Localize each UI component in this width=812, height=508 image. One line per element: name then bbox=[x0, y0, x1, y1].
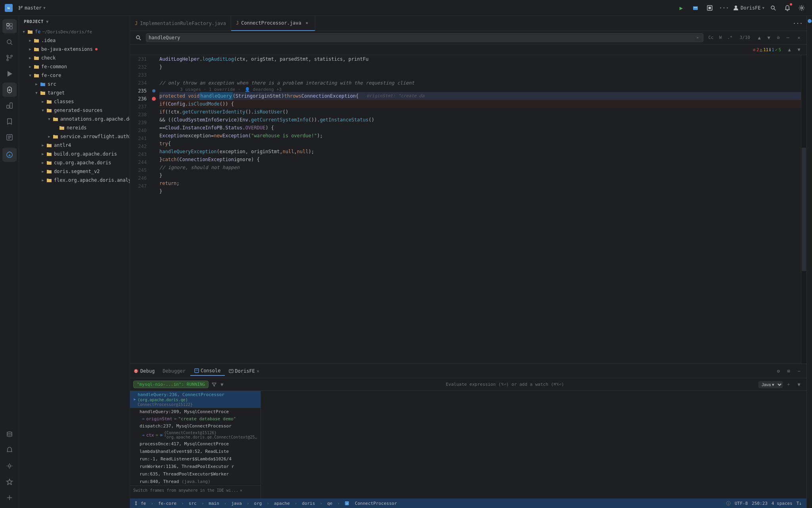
add-watch-btn[interactable]: ＋ bbox=[784, 380, 793, 389]
tree-item-nereids[interactable]: ▶ nereids bbox=[19, 123, 130, 132]
activity-vcs[interactable] bbox=[2, 51, 17, 65]
tab-conn[interactable]: J ConnectProcessor.java ✕ bbox=[231, 16, 315, 31]
hint-close[interactable]: ✕ bbox=[240, 488, 242, 493]
activity-plugins[interactable] bbox=[2, 98, 17, 113]
activity-database[interactable] bbox=[2, 427, 17, 441]
tree-item-doris-segment[interactable]: ▶ doris.segment_v2 bbox=[19, 167, 130, 176]
tree-item-annotations[interactable]: ▼ annotations.org.apache.doris bbox=[19, 115, 130, 123]
tree-item-classes[interactable]: ▶ classes bbox=[19, 97, 130, 106]
debug-minimize[interactable]: − bbox=[795, 367, 803, 375]
bb-doris[interactable]: doris bbox=[300, 498, 316, 508]
tab-debugger[interactable]: Debugger bbox=[159, 367, 190, 375]
run-button[interactable]: ▶ bbox=[676, 2, 687, 13]
bb-encoding[interactable]: UTF-8 bbox=[733, 501, 749, 506]
tree-item-flex[interactable]: ▶ flex.org.apache.doris.analysis bbox=[19, 176, 130, 185]
activity-bookmark[interactable] bbox=[2, 114, 17, 129]
bb-project[interactable]: fe bbox=[133, 498, 147, 508]
bb-qe[interactable]: qe bbox=[326, 498, 334, 508]
search-regex[interactable]: .* bbox=[725, 34, 735, 41]
language-select[interactable]: Java ▾ bbox=[758, 381, 783, 388]
more-options[interactable]: ··· bbox=[718, 2, 730, 13]
search-more-opts[interactable]: ⋯ bbox=[783, 33, 792, 42]
search-close-btn[interactable]: ✕ bbox=[795, 33, 803, 42]
bb-line-ending[interactable]: T↓ bbox=[795, 501, 803, 506]
tree-item-target[interactable]: ▼ target bbox=[19, 89, 130, 97]
code-content[interactable]: AuditLogHelper . logAuditLog (ctx, origS… bbox=[158, 55, 801, 364]
activity-settings2[interactable] bbox=[2, 459, 17, 473]
bb-problems[interactable] bbox=[724, 501, 732, 506]
activity-explorer[interactable] bbox=[2, 19, 17, 33]
tree-item-fe-core[interactable]: ▼ fe-core bbox=[19, 71, 130, 80]
filter-dropdown[interactable]: ▼ bbox=[220, 381, 224, 388]
search-icon-btn[interactable] bbox=[133, 34, 144, 41]
user-selector[interactable]: DorisFE ▼ bbox=[733, 5, 764, 11]
frame-9[interactable]: run:840, Thread (java.lang) bbox=[130, 478, 260, 485]
filter-btn[interactable] bbox=[211, 381, 217, 388]
tree-item-idea[interactable]: ▶ .idea bbox=[19, 36, 130, 45]
err-nav-up[interactable]: ▲ bbox=[785, 45, 794, 54]
bb-cursor[interactable]: 250:23 bbox=[750, 501, 769, 506]
search-filter[interactable]: ⊘ bbox=[774, 33, 783, 42]
search-whole-word[interactable]: W bbox=[717, 34, 724, 41]
bb-file-icon[interactable]: J bbox=[343, 498, 351, 508]
tab-more-actions[interactable]: ··· bbox=[792, 18, 803, 29]
activity-ai[interactable]: A bbox=[2, 148, 17, 162]
bb-src[interactable]: src bbox=[187, 498, 198, 508]
activity-add-plugin[interactable] bbox=[2, 491, 17, 505]
activity-star[interactable] bbox=[2, 475, 17, 489]
bb-indent[interactable]: 4 spaces bbox=[770, 501, 794, 506]
search-input-container[interactable]: ✕ bbox=[146, 33, 703, 42]
branch-selector[interactable]: master ▼ bbox=[16, 4, 48, 12]
tree-item-cup[interactable]: ▶ cup.org.apache.doris bbox=[19, 158, 130, 167]
tab-conn-close[interactable]: ✕ bbox=[304, 20, 310, 26]
debug-panel-expand[interactable]: ⊞ bbox=[784, 367, 793, 375]
tree-item-check[interactable]: ▶ check bbox=[19, 54, 130, 62]
frame-3[interactable]: dispatch:237, MysqlConnectProcessor bbox=[130, 422, 260, 430]
frame-4[interactable]: processOnce:417, MysqlConnectProce bbox=[130, 440, 260, 448]
search-next[interactable]: ▼ bbox=[764, 33, 773, 42]
err-nav-down[interactable]: ▼ bbox=[795, 45, 803, 54]
frame-1[interactable]: ➤ handleQuery:236, ConnectProcessor (org… bbox=[130, 391, 260, 408]
tree-item-antlr4[interactable]: ▶ antlr4 bbox=[19, 141, 130, 150]
settings-gear[interactable] bbox=[796, 2, 807, 13]
activity-debug[interactable] bbox=[2, 83, 17, 97]
frame-7[interactable]: runWorker:1136, ThreadPoolExecutor r bbox=[130, 463, 260, 470]
debug-button[interactable] bbox=[690, 2, 701, 13]
bb-fe-core[interactable]: fe-core bbox=[157, 498, 178, 508]
debug-settings-btn[interactable]: ⚙ bbox=[774, 367, 783, 375]
tab-impl[interactable]: J ImplementationRuleFactory.java bbox=[130, 16, 231, 31]
tree-item-fe-common[interactable]: ▶ fe-common bbox=[19, 62, 130, 71]
search-global[interactable] bbox=[768, 2, 779, 13]
search-input[interactable] bbox=[149, 35, 693, 40]
tree-item-be-java[interactable]: ▶ be-java-extensions bbox=[19, 45, 130, 54]
search-clear[interactable]: ✕ bbox=[695, 35, 701, 41]
tree-item-fe-root[interactable]: ▼ fe ~/DorisDev/doris/fe bbox=[19, 27, 130, 36]
linenum-244: 244 bbox=[132, 158, 147, 166]
tab-console[interactable]: Console bbox=[190, 366, 225, 376]
frame-2[interactable]: handleQuery:209, MysqlConnectProce bbox=[130, 408, 260, 416]
breakpoint-236[interactable] bbox=[152, 97, 156, 101]
tree-item-service[interactable]: ▶ service.arrowflight.auth2 bbox=[19, 132, 130, 141]
activity-run[interactable] bbox=[2, 67, 17, 81]
activity-search[interactable] bbox=[2, 35, 17, 49]
bb-connect-processor[interactable]: ConnectProcessor bbox=[353, 498, 398, 508]
search-case-sensitive[interactable]: Cc bbox=[706, 34, 716, 41]
bb-apache[interactable]: apache bbox=[272, 498, 291, 508]
tree-item-build[interactable]: ▶ build.org.apache.doris bbox=[19, 150, 130, 158]
record-button[interactable] bbox=[704, 2, 715, 13]
evaluate-placeholder[interactable]: Evaluate expression (⌥⏎) or add a watch … bbox=[446, 382, 757, 387]
bb-main[interactable]: main bbox=[207, 498, 221, 508]
frame-5[interactable]: lambda$handleEvent$0:52, ReadListe bbox=[130, 448, 260, 455]
search-prev[interactable]: ▲ bbox=[755, 33, 764, 42]
bb-java[interactable]: java bbox=[230, 498, 243, 508]
frame-8[interactable]: run:635, ThreadPoolExecutor$Worker bbox=[130, 470, 260, 478]
frame-6[interactable]: run:-1, ReadListener$$Lambda$1026/4 bbox=[130, 455, 260, 463]
bb-org[interactable]: org bbox=[253, 498, 264, 508]
session-close[interactable]: ✕ bbox=[257, 368, 259, 374]
activity-notifications[interactable] bbox=[2, 443, 17, 457]
notification-bell[interactable] bbox=[782, 2, 793, 13]
activity-todo[interactable] bbox=[2, 130, 17, 144]
tree-item-src[interactable]: ▶ src bbox=[19, 80, 130, 89]
tree-item-generated[interactable]: ▼ generated-sources bbox=[19, 106, 130, 115]
eval-history-btn[interactable]: ▼ bbox=[795, 380, 803, 389]
